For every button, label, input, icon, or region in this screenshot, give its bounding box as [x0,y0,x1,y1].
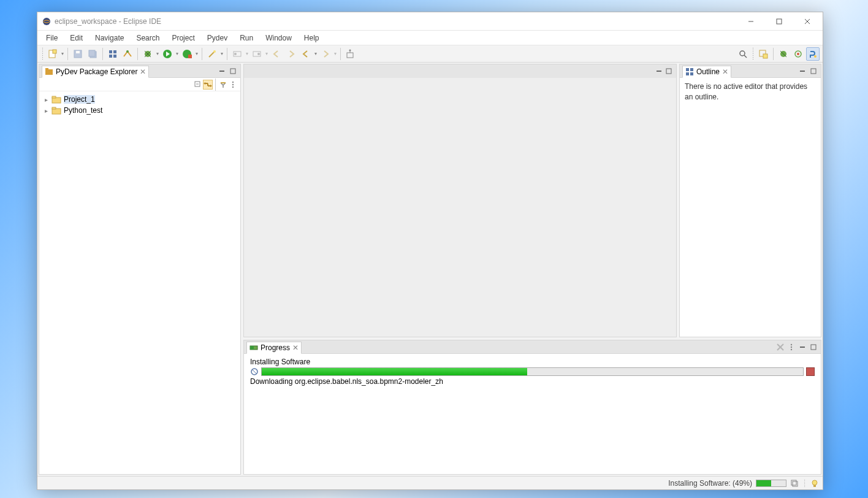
debug-button[interactable] [141,47,154,61]
svg-marker-49 [204,82,205,85]
remove-all-finished-button[interactable] [775,342,785,352]
nav-back-button[interactable] [299,47,313,61]
status-bar: Installing Software: (49%) ┆ [37,476,823,489]
coverage-dropdown[interactable]: ▾ [194,51,199,56]
maximize-editor-button[interactable] [664,66,674,76]
link-with-editor-button[interactable] [203,80,213,90]
nav-next-edit-button[interactable] [284,47,298,61]
new-button[interactable] [46,47,59,61]
menu-file[interactable]: File [40,31,64,45]
folder-icon [51,95,61,104]
collapse-all-button[interactable] [193,80,203,90]
maximize-button[interactable] [765,12,793,31]
eclipse-window: eclipse_workspace - Eclipse IDE File Edi… [37,12,823,490]
nav-forward-button[interactable] [319,47,332,61]
svg-point-40 [797,53,799,55]
outline-header: Outline ✕ [680,64,821,78]
show-progress-view-button[interactable] [790,479,799,488]
svg-rect-54 [52,96,56,98]
search-icon[interactable] [736,47,750,61]
menu-run[interactable]: Run [234,31,259,45]
svg-rect-7 [53,50,56,53]
tree-item-label: Python_test [64,106,102,115]
wand-dropdown[interactable]: ▾ [219,51,224,56]
minimize-view-button[interactable] [798,342,807,352]
status-progress-bar[interactable] [756,480,786,487]
save-button[interactable] [71,47,85,61]
close-icon[interactable]: ✕ [722,67,728,76]
svg-rect-57 [657,71,661,72]
tree-item-python-test[interactable]: ▸ Python_test [42,105,238,116]
search-prop2-dropdown[interactable]: ▾ [264,51,269,56]
editor-area[interactable] [243,64,677,337]
project-tree[interactable]: ▸ Project_1 ▸ Python_test [39,91,240,118]
pydev-perspective-button[interactable] [806,47,820,61]
menu-pydev[interactable]: Pydev [201,31,234,45]
close-button[interactable] [793,12,821,31]
view-menu-button[interactable] [228,80,238,90]
run-button[interactable] [161,47,174,61]
svg-rect-44 [219,71,224,72]
open-type-button[interactable] [121,47,134,61]
maximize-view-button[interactable] [809,342,818,352]
svg-point-0 [43,18,50,25]
cancel-task-button[interactable] [806,367,815,376]
run-dropdown[interactable]: ▾ [175,51,180,56]
new-dropdown[interactable]: ▾ [60,51,65,56]
tree-item-project-1[interactable]: ▸ Project_1 [42,94,238,105]
package-explorer-title: PyDev Package Explorer [56,67,137,76]
package-explorer-tab[interactable]: PyDev Package Explorer ✕ [42,66,149,78]
minimize-view-button[interactable] [798,66,807,76]
close-icon[interactable]: ✕ [292,343,299,352]
titlebar[interactable]: eclipse_workspace - Eclipse IDE [37,12,823,31]
chevron-right-icon[interactable]: ▸ [43,107,49,114]
outline-tab[interactable]: Outline ✕ [682,66,731,78]
debug-perspective-button[interactable] [777,47,790,61]
module-view-button[interactable] [106,47,120,61]
content-area: PyDev Package Explorer ✕ ▸ P [37,63,823,476]
search-prop2-button[interactable] [250,47,264,61]
minimize-editor-button[interactable] [654,66,664,76]
search-prop-button[interactable] [230,47,244,61]
menu-window[interactable]: Window [259,31,298,45]
outline-title: Outline [696,67,720,76]
maximize-view-button[interactable] [809,66,818,76]
pin-editor-button[interactable] [344,47,357,61]
chevron-right-icon[interactable]: ▸ [43,96,49,103]
close-icon[interactable]: ✕ [140,67,146,76]
menu-edit[interactable]: Edit [64,31,89,45]
status-text[interactable]: Installing Software: (49%) [668,479,752,488]
progress-tab[interactable]: Progress ✕ [246,342,302,354]
nav-back-dropdown[interactable]: ▾ [313,51,318,56]
menu-help[interactable]: Help [298,31,326,45]
debug-perspective2-button[interactable] [791,47,805,61]
toolbar-sep [773,48,774,60]
svg-rect-43 [45,68,48,70]
svg-rect-73 [811,345,816,350]
folder-icon [51,106,61,115]
svg-point-29 [257,53,260,55]
minimize-button[interactable] [737,12,765,31]
svg-rect-36 [763,54,767,58]
view-menu-button[interactable] [786,342,796,352]
menu-search[interactable]: Search [130,31,166,45]
wand-button[interactable] [205,47,219,61]
svg-rect-64 [811,69,816,74]
save-all-button[interactable] [86,47,99,61]
debug-dropdown[interactable]: ▾ [155,51,160,56]
nav-forward-dropdown[interactable]: ▾ [333,51,338,56]
minimize-view-button[interactable] [217,66,227,76]
open-perspective-button[interactable] [756,47,770,61]
menu-project[interactable]: Project [166,31,200,45]
svg-rect-77 [793,481,798,486]
filters-button[interactable] [218,80,228,90]
coverage-button[interactable] [180,47,194,61]
menu-navigate[interactable]: Navigate [89,31,130,45]
nav-prev-edit-button[interactable] [270,47,283,61]
svg-rect-66 [250,346,254,350]
maximize-view-button[interactable] [228,66,238,76]
tip-of-the-day-icon[interactable] [810,479,819,488]
search-prop-dropdown[interactable]: ▾ [245,51,249,56]
running-icon [250,367,259,376]
svg-rect-42 [45,69,53,75]
